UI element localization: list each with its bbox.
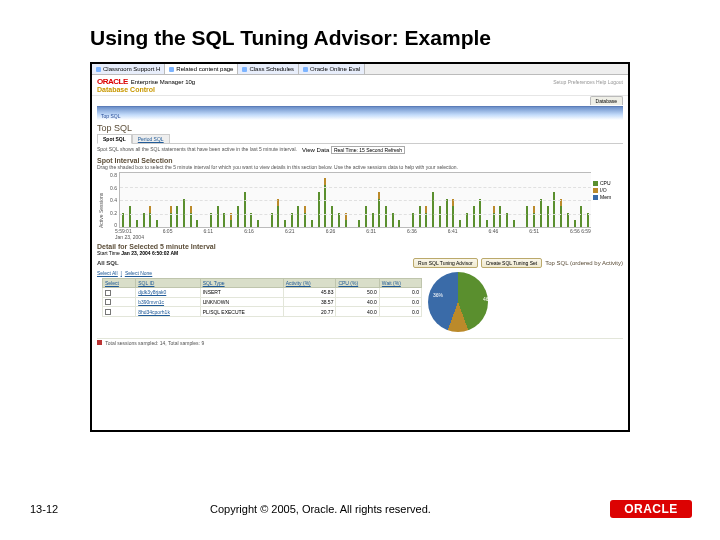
sql-id-link[interactable]: djdk3y8rjak0	[136, 288, 200, 298]
pie-circle	[428, 272, 488, 332]
nav-tabs: Database	[92, 96, 628, 105]
select-none-link[interactable]: Select None	[125, 270, 152, 276]
pie-label-1: 36%	[433, 292, 443, 298]
screenshot-panel: Classroom Support HRelated content pageC…	[90, 62, 630, 432]
slide-title: Using the SQL Tuning Advisor: Example	[0, 0, 720, 62]
copyright: Copyright © 2005, Oracle. All rights res…	[190, 503, 610, 515]
spot-description: Spot SQL shows all the SQL statements th…	[97, 146, 297, 152]
header-links: Setup Preferences Help Logout	[553, 79, 623, 85]
select-all-link[interactable]: Select All	[97, 270, 118, 276]
view-data-select[interactable]: Real Time: 15 Second Refresh	[331, 146, 405, 154]
product-name: Enterprise Manager 10g	[131, 79, 195, 85]
browser-tab[interactable]: Related content page	[165, 64, 238, 74]
chart-xdate: Jan 23, 2004	[115, 234, 623, 240]
row-checkbox[interactable]	[105, 299, 111, 305]
oracle-footer-logo: ORACLE	[610, 500, 692, 518]
sql-id-link[interactable]: b390mvn1c	[136, 297, 200, 307]
view-data-control[interactable]: View Data Real Time: 15 Second Refresh	[302, 147, 405, 153]
app-header: ORACLE Enterprise Manager 10g Setup Pref…	[92, 75, 628, 86]
start-time-value: Jan 23, 2004 6:50:02 AM	[121, 250, 178, 256]
browser-tabs: Classroom Support HRelated content pageC…	[92, 64, 628, 75]
browser-tab[interactable]: Classroom Support H	[92, 64, 165, 74]
browser-tab[interactable]: Oracle Online Eval	[299, 64, 365, 74]
page-title: Top SQL	[92, 120, 628, 134]
spot-interval-title: Spot Interval Selection	[97, 157, 623, 164]
chart-yaxis: 0.80.60.40.20	[105, 172, 119, 228]
spot-interval-help: Drag the shaded box to select the 5 minu…	[97, 164, 623, 170]
table-actions: Select All | Select None	[97, 270, 422, 276]
view-data-label: View Data	[302, 147, 329, 153]
table-row: b390mvn1cUNKNOWN38.5740.00.0	[103, 297, 422, 307]
create-tuning-set-button[interactable]: Create SQL Tuning Set	[481, 258, 543, 268]
sql-id-link[interactable]: 8hd34cporh1k	[136, 307, 200, 317]
browser-tab[interactable]: Class Schedules	[238, 64, 299, 74]
top-sql-ordered-label: Top SQL (ordered by Activity)	[545, 260, 623, 266]
gradient-bar: Top SQL	[97, 106, 623, 120]
chart-legend: CPUI/OMem	[591, 172, 623, 228]
chart-plot[interactable]	[119, 172, 591, 228]
all-sql-label: All SQL	[97, 260, 119, 266]
footer-logo: ORACLE	[610, 500, 692, 518]
chart-ylabel: Active Sessions	[97, 172, 105, 228]
tab-spot-sql[interactable]: Spot SQL	[97, 134, 132, 144]
slide-footer: 13-12 Copyright © 2005, Oracle. All righ…	[0, 500, 720, 518]
activity-pie-chart: 36% 46%	[428, 272, 498, 337]
sql-table: SelectSQL IDSQL TypeActivity (%)CPU (%)W…	[102, 278, 422, 317]
status-text: Total sessions sampled: 14, Total sample…	[105, 340, 204, 346]
active-sessions-chart[interactable]: Active Sessions 0.80.60.40.20 CPUI/OMem …	[97, 172, 623, 240]
page-icon	[97, 340, 102, 345]
tab-period-sql[interactable]: Period SQL	[132, 134, 170, 144]
table-row: 8hd34cporh1kPL/SQL EXECUTE20.7740.00.0	[103, 307, 422, 317]
row-checkbox[interactable]	[105, 309, 111, 315]
page-number: 13-12	[0, 503, 190, 515]
oracle-logo: ORACLE	[97, 77, 128, 86]
db-control-label: Database Control	[92, 86, 628, 96]
detail-title: Detail for Selected 5 minute Interval	[97, 243, 623, 250]
start-time-label: Start Time	[97, 250, 120, 256]
run-tuning-advisor-button[interactable]: Run SQL Tuning Advisor	[413, 258, 478, 268]
row-checkbox[interactable]	[105, 290, 111, 296]
breadcrumb: Top SQL	[101, 113, 120, 119]
status-bar: Total sessions sampled: 14, Total sample…	[97, 338, 623, 346]
table-row: djdk3y8rjak0INSERT45.8350.00.0	[103, 288, 422, 298]
pie-label-2: 46%	[483, 296, 493, 302]
nav-tab-database[interactable]: Database	[590, 96, 623, 105]
